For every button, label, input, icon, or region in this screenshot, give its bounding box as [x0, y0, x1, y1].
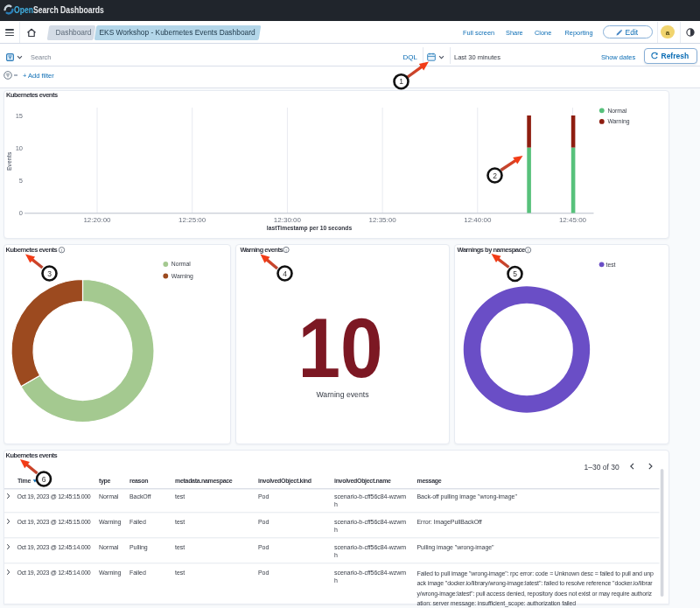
svg-text:5: 5: [513, 269, 517, 278]
svg-text:1: 1: [399, 77, 403, 86]
svg-text:3: 3: [47, 269, 52, 278]
svg-text:i: i: [285, 248, 286, 253]
svg-text:6: 6: [42, 475, 46, 484]
svg-text:i: i: [61, 248, 62, 253]
svg-text:i: i: [528, 248, 528, 253]
svg-text:2: 2: [493, 171, 497, 180]
svg-text:4: 4: [283, 269, 287, 278]
